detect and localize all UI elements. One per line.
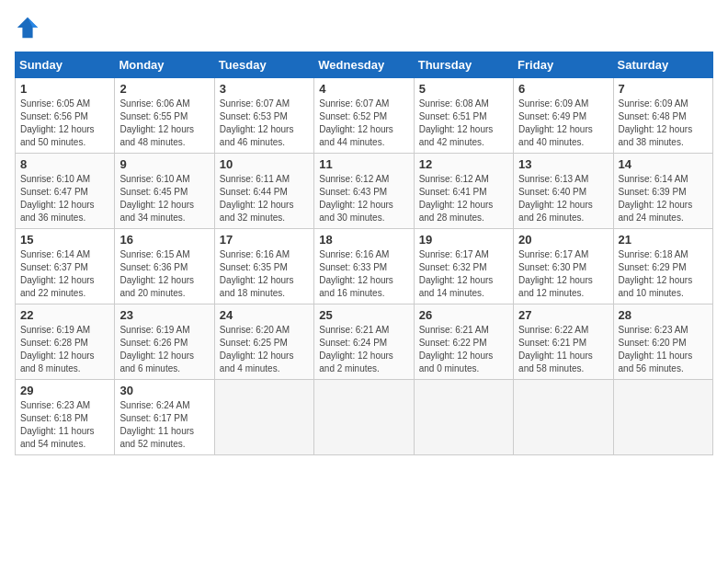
calendar-cell: 12Sunrise: 6:12 AMSunset: 6:41 PMDayligh… [414,154,513,229]
calendar-cell [514,380,613,455]
day-number: 8 [20,157,109,171]
day-info: Sunrise: 6:23 AMSunset: 6:20 PMDaylight:… [619,324,708,375]
day-info: Sunrise: 6:13 AMSunset: 6:40 PMDaylight:… [518,173,608,224]
day-info: Sunrise: 6:09 AMSunset: 6:48 PMDaylight:… [619,98,708,149]
day-info: Sunrise: 6:22 AMSunset: 6:21 PMDaylight:… [518,324,608,375]
day-number: 18 [319,233,408,247]
calendar-cell: 4Sunrise: 6:07 AMSunset: 6:52 PMDaylight… [314,78,414,154]
calendar-cell: 8Sunrise: 6:10 AMSunset: 6:47 PMDaylight… [16,154,115,229]
calendar-cell: 30Sunrise: 6:24 AMSunset: 6:17 PMDayligh… [115,380,214,455]
calendar-cell: 26Sunrise: 6:21 AMSunset: 6:22 PMDayligh… [414,304,513,380]
calendar-table: SundayMondayTuesdayWednesdayThursdayFrid… [15,52,713,455]
day-info: Sunrise: 6:23 AMSunset: 6:18 PMDaylight:… [20,399,109,451]
day-info: Sunrise: 6:21 AMSunset: 6:24 PMDaylight:… [319,324,408,375]
day-number: 12 [419,157,508,171]
day-info: Sunrise: 6:06 AMSunset: 6:55 PMDaylight:… [119,98,209,149]
day-info: Sunrise: 6:14 AMSunset: 6:37 PMDaylight:… [20,248,109,300]
calendar-cell: 2Sunrise: 6:06 AMSunset: 6:55 PMDaylight… [115,78,214,154]
day-info: Sunrise: 6:21 AMSunset: 6:22 PMDaylight:… [419,324,508,375]
day-info: Sunrise: 6:05 AMSunset: 6:56 PMDaylight:… [20,98,109,149]
calendar-cell: 13Sunrise: 6:13 AMSunset: 6:40 PMDayligh… [514,154,613,229]
calendar-cell [314,380,414,455]
calendar-cell: 11Sunrise: 6:12 AMSunset: 6:43 PMDayligh… [314,154,414,229]
day-info: Sunrise: 6:10 AMSunset: 6:47 PMDaylight:… [20,173,109,224]
day-info: Sunrise: 6:12 AMSunset: 6:43 PMDaylight:… [319,173,408,224]
calendar-header-row: SundayMondayTuesdayWednesdayThursdayFrid… [16,52,713,78]
calendar-cell: 18Sunrise: 6:16 AMSunset: 6:33 PMDayligh… [314,229,414,304]
calendar-week-row: 1Sunrise: 6:05 AMSunset: 6:56 PMDaylight… [16,78,713,154]
day-info: Sunrise: 6:17 AMSunset: 6:32 PMDaylight:… [419,248,508,300]
weekday-header: Friday [514,52,613,78]
day-info: Sunrise: 6:18 AMSunset: 6:29 PMDaylight:… [619,248,708,300]
day-info: Sunrise: 6:20 AMSunset: 6:25 PMDaylight:… [220,324,309,375]
calendar-cell: 6Sunrise: 6:09 AMSunset: 6:49 PMDaylight… [514,78,613,154]
calendar-week-row: 22Sunrise: 6:19 AMSunset: 6:28 PMDayligh… [16,304,713,380]
day-number: 3 [220,82,309,96]
calendar-week-row: 8Sunrise: 6:10 AMSunset: 6:47 PMDaylight… [16,154,713,229]
calendar-cell: 7Sunrise: 6:09 AMSunset: 6:48 PMDaylight… [613,78,712,154]
calendar-cell: 16Sunrise: 6:15 AMSunset: 6:36 PMDayligh… [115,229,214,304]
weekday-header: Monday [115,52,214,78]
day-number: 4 [319,82,408,96]
day-number: 15 [20,233,109,247]
day-info: Sunrise: 6:14 AMSunset: 6:39 PMDaylight:… [619,173,708,224]
calendar-cell: 1Sunrise: 6:05 AMSunset: 6:56 PMDaylight… [16,78,115,154]
day-number: 10 [220,157,309,171]
day-number: 30 [119,384,209,397]
page-header [15,15,713,40]
calendar-cell: 15Sunrise: 6:14 AMSunset: 6:37 PMDayligh… [16,229,115,304]
calendar-week-row: 15Sunrise: 6:14 AMSunset: 6:37 PMDayligh… [16,229,713,304]
calendar-cell [613,380,712,455]
calendar-cell [414,380,513,455]
calendar-cell [214,380,313,455]
day-number: 20 [518,233,608,247]
calendar-cell: 22Sunrise: 6:19 AMSunset: 6:28 PMDayligh… [16,304,115,380]
day-number: 25 [319,308,408,322]
calendar-cell: 23Sunrise: 6:19 AMSunset: 6:26 PMDayligh… [115,304,214,380]
calendar-week-row: 29Sunrise: 6:23 AMSunset: 6:18 PMDayligh… [16,380,713,455]
calendar-cell: 17Sunrise: 6:16 AMSunset: 6:35 PMDayligh… [214,229,313,304]
calendar-cell: 19Sunrise: 6:17 AMSunset: 6:32 PMDayligh… [414,229,513,304]
calendar-cell: 21Sunrise: 6:18 AMSunset: 6:29 PMDayligh… [613,229,712,304]
calendar-cell: 24Sunrise: 6:20 AMSunset: 6:25 PMDayligh… [214,304,313,380]
day-number: 26 [419,308,508,322]
calendar-cell: 9Sunrise: 6:10 AMSunset: 6:45 PMDaylight… [115,154,214,229]
day-number: 13 [518,157,608,171]
day-info: Sunrise: 6:15 AMSunset: 6:36 PMDaylight:… [119,248,209,300]
day-number: 29 [20,384,109,397]
day-info: Sunrise: 6:16 AMSunset: 6:35 PMDaylight:… [220,248,309,300]
day-number: 27 [518,308,608,322]
day-number: 24 [220,308,309,322]
calendar-cell: 25Sunrise: 6:21 AMSunset: 6:24 PMDayligh… [314,304,414,380]
weekday-header: Thursday [414,52,513,78]
day-info: Sunrise: 6:17 AMSunset: 6:30 PMDaylight:… [518,248,608,300]
logo-icon [15,15,40,40]
day-info: Sunrise: 6:19 AMSunset: 6:28 PMDaylight:… [20,324,109,375]
weekday-header: Saturday [613,52,712,78]
day-number: 9 [119,157,209,171]
day-number: 5 [419,82,508,96]
day-number: 1 [20,82,109,96]
calendar-cell: 14Sunrise: 6:14 AMSunset: 6:39 PMDayligh… [613,154,712,229]
day-info: Sunrise: 6:09 AMSunset: 6:49 PMDaylight:… [518,98,608,149]
weekday-header: Wednesday [314,52,414,78]
calendar-cell: 20Sunrise: 6:17 AMSunset: 6:30 PMDayligh… [514,229,613,304]
day-info: Sunrise: 6:08 AMSunset: 6:51 PMDaylight:… [419,98,508,149]
calendar-cell: 5Sunrise: 6:08 AMSunset: 6:51 PMDaylight… [414,78,513,154]
weekday-header: Sunday [16,52,115,78]
day-number: 19 [419,233,508,247]
day-number: 14 [619,157,708,171]
calendar-cell: 27Sunrise: 6:22 AMSunset: 6:21 PMDayligh… [514,304,613,380]
day-number: 7 [619,82,708,96]
day-number: 11 [319,157,408,171]
logo [15,15,44,40]
calendar-cell: 29Sunrise: 6:23 AMSunset: 6:18 PMDayligh… [16,380,115,455]
day-number: 28 [619,308,708,322]
day-number: 21 [619,233,708,247]
day-number: 17 [220,233,309,247]
day-info: Sunrise: 6:12 AMSunset: 6:41 PMDaylight:… [419,173,508,224]
calendar-cell: 28Sunrise: 6:23 AMSunset: 6:20 PMDayligh… [613,304,712,380]
day-info: Sunrise: 6:07 AMSunset: 6:52 PMDaylight:… [319,98,408,149]
day-info: Sunrise: 6:19 AMSunset: 6:26 PMDaylight:… [119,324,209,375]
day-number: 16 [119,233,209,247]
